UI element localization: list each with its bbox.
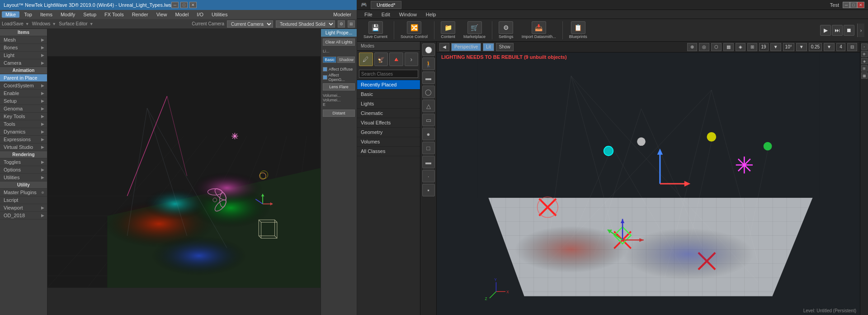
clear-all-lights-button[interactable]: Clear All Lights [323, 38, 355, 46]
plane-icon[interactable]: ▬ [422, 72, 435, 84]
lw-cam-select[interactable]: Current Camera [227, 20, 273, 28]
lw-tab-fxtools[interactable]: FX Tools [101, 11, 127, 18]
ue-viewport[interactable]: ◀ Perspective Lit Show ⊕ ◎ ⬡ ▦ ◈ ⊞ 19 ▼ … [437, 42, 860, 315]
sidebar-item-viewport[interactable]: Viewport▶ [0, 204, 47, 212]
ue-strip-btn-3[interactable]: ◈ [861, 58, 868, 64]
ue-menu-edit[interactable]: Edit [378, 11, 394, 18]
sidebar-item-expressions[interactable]: Expressions▶ [0, 136, 47, 143]
ue-category-recently-placed[interactable]: Recently Placed [357, 80, 420, 90]
lw-tab-mike[interactable]: Mike [2, 11, 19, 18]
ue-category-lights[interactable]: Lights [357, 99, 420, 109]
lw-tab-io[interactable]: I/O [193, 11, 207, 18]
lw-tab-model[interactable]: Model [171, 11, 192, 18]
sidebar-item-parent-in-place[interactable]: Parent in Place [0, 74, 47, 82]
ue-menu-file[interactable]: File [361, 11, 376, 18]
ue-mode-paint-icon[interactable]: 🦅 [374, 52, 388, 66]
sidebar-item-enable[interactable]: Enable▶ [0, 90, 47, 97]
ue-menu-help[interactable]: Help [422, 11, 440, 18]
sidebar-item-dynamics[interactable]: Dynamics▶ [0, 128, 47, 136]
ue-category-visual-effects[interactable]: Visual Effects [357, 118, 420, 128]
ue-minimize-btn[interactable]: ─ [843, 2, 850, 8]
ue-restore-btn[interactable]: □ [850, 2, 857, 8]
ue-category-basic[interactable]: Basic [357, 90, 420, 99]
ue-content-btn[interactable]: 📁 Content [438, 20, 458, 40]
sidebar-item-tools[interactable]: Tools▶ [0, 120, 47, 128]
box-icon[interactable]: □ [422, 142, 435, 154]
sidebar-item-od2018[interactable]: OD_2018▶ [0, 212, 47, 220]
ue-menu-window[interactable]: Window [396, 11, 420, 18]
lw-minimize-btn[interactable]: ─ [171, 2, 179, 8]
play-btn[interactable]: ▶ [820, 25, 831, 36]
rect-icon[interactable]: ▬ [422, 156, 435, 168]
ue-vp-icon5[interactable]: ◈ [736, 43, 745, 51]
sidebar-item-bones[interactable]: Bones▶ [0, 44, 47, 52]
ue-vp-icon9[interactable]: ▼ [824, 43, 835, 51]
ue-marketplace-btn[interactable]: 🛒 Marketplace [461, 20, 488, 40]
ue-vp-icon8[interactable]: ▼ [796, 43, 807, 51]
ue-source-control-btn[interactable]: 🔀 Source Control [398, 20, 430, 40]
disc-icon[interactable]: ◯ [422, 86, 435, 98]
ue-category-all-classes[interactable]: All Classes [357, 147, 420, 156]
step-btn[interactable]: ⏭ [832, 25, 843, 36]
ue-vp-arrow-btn[interactable]: ◀ [439, 43, 449, 51]
lw-tab-modify[interactable]: Modify [57, 11, 79, 18]
lw-tab-items[interactable]: Items [37, 11, 56, 18]
sidebar-item-virtual-studio[interactable]: Virtual Studio▶ [0, 143, 47, 151]
sidebar-item-genoma[interactable]: Genoma▶ [0, 105, 47, 113]
sidebar-item-setup[interactable]: Setup▶ [0, 97, 47, 105]
darkbox-icon[interactable]: ▪ [422, 184, 435, 196]
ue-category-cinematic[interactable]: Cinematic [357, 109, 420, 118]
distant-button[interactable]: Distant [323, 110, 355, 117]
lw-settings-icon[interactable]: ⚙ [338, 20, 345, 28]
affect-diffuse-checkbox[interactable] [323, 67, 327, 72]
sphere2-icon[interactable]: ● [422, 128, 435, 140]
toolbar-expand-btn[interactable]: › [857, 24, 864, 37]
ue-vp-icon4[interactable]: ▦ [723, 43, 734, 51]
sidebar-item-coordsystem[interactable]: CoordSystem▶ [0, 82, 47, 90]
ue-vp-icon1[interactable]: ⊕ [687, 43, 697, 51]
lw-tab-render[interactable]: Render [128, 11, 152, 18]
ue-show-btn[interactable]: Show [496, 43, 514, 51]
ue-vp-icon3[interactable]: ⬡ [711, 43, 722, 51]
lw-tab-view[interactable]: View [153, 11, 171, 18]
lw-tab-utilities[interactable]: Utilities [208, 11, 231, 18]
ue-perspective-btn[interactable]: Perspective [451, 43, 481, 51]
lw-close-btn[interactable]: ✕ [189, 2, 197, 8]
ue-settings-btn[interactable]: ⚙ Settings [496, 20, 516, 40]
lw-modeler-btn[interactable]: Modeler [330, 11, 355, 18]
sidebar-item-utilities[interactable]: Utilities▶ [0, 174, 47, 181]
ue-search-input[interactable] [359, 70, 418, 78]
ue-import-datasmith-btn[interactable]: 📥 Import Datasmith... [519, 20, 559, 40]
ue-blueprints-btn[interactable]: 📋 Blueprints [566, 20, 590, 40]
flat-icon[interactable]: ▭ [422, 114, 435, 126]
human-icon[interactable]: 🚶 [422, 57, 435, 70]
lp-tab-basic[interactable]: Basic [323, 57, 336, 63]
ue-vp-icon6[interactable]: ⊞ [747, 43, 757, 51]
lw-tab-top[interactable]: Top [20, 11, 36, 18]
sidebar-item-lscript[interactable]: Lscript [0, 196, 47, 204]
sidebar-item-toggles[interactable]: Toggles▶ [0, 158, 47, 166]
ue-category-volumes[interactable]: Volumes [357, 137, 420, 147]
ue-category-geometry[interactable]: Geometry [357, 128, 420, 137]
lw-tab-setup[interactable]: Setup [80, 11, 100, 18]
ue-vp-icon7[interactable]: ▼ [770, 43, 781, 51]
sidebar-item-mesh[interactable]: Mesh▶ [0, 36, 47, 44]
ue-lit-btn[interactable]: Lit [483, 43, 494, 51]
ue-strip-btn-5[interactable]: ▦ [861, 72, 868, 79]
lw-layout-icon[interactable]: ⊞ [348, 20, 355, 28]
ue-mode-place-icon[interactable]: 🖊 [359, 52, 373, 66]
lens-flare-button[interactable]: Lens Flare [323, 83, 355, 91]
lw-restore-btn[interactable]: □ [180, 2, 188, 8]
ue-mode-geometry-icon[interactable]: 🔺 [389, 52, 403, 66]
small-sphere-icon[interactable]: · [422, 170, 435, 182]
ue-vp-icon10[interactable]: ⊟ [847, 43, 857, 51]
ue-vp-icon2[interactable]: ◎ [699, 43, 709, 51]
sidebar-item-options[interactable]: Options▶ [0, 166, 47, 174]
ue-strip-btn-4[interactable]: ⊞ [861, 65, 868, 72]
lw-viewport[interactable] [47, 29, 321, 315]
lw-view-select[interactable]: Textured Shaded Solid [276, 20, 335, 28]
ue-strip-btn-1[interactable]: › [861, 43, 868, 50]
affect-opengi-checkbox[interactable] [323, 75, 327, 80]
ue-mode-expand-icon[interactable]: › [405, 52, 419, 66]
ue-save-current-btn[interactable]: 💾 Save Current [361, 20, 390, 40]
